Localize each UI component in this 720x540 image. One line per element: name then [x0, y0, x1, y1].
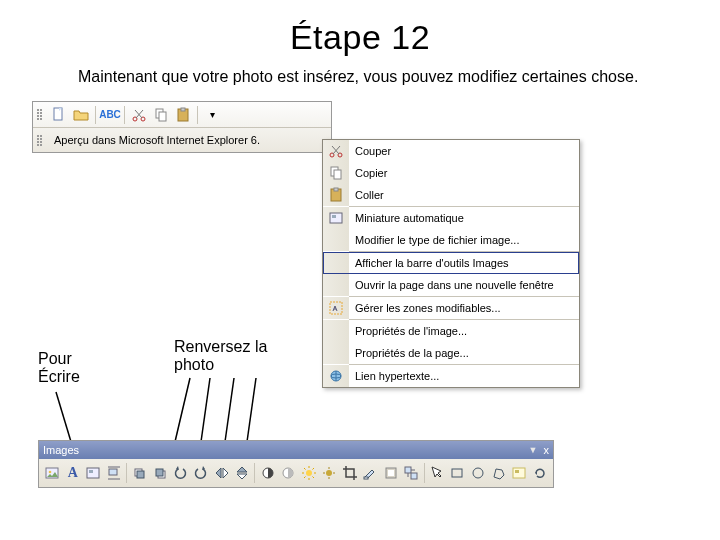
menu-label: Propriétés de l'image... [349, 325, 579, 337]
toolbar-grip[interactable] [37, 135, 45, 146]
menu-image-properties[interactable]: Propriétés de l'image... [323, 320, 579, 342]
svg-point-54 [473, 468, 483, 478]
cut-icon[interactable] [128, 105, 150, 125]
send-backward-icon[interactable] [150, 462, 171, 484]
svg-rect-26 [89, 470, 93, 473]
svg-line-40 [312, 477, 314, 479]
svg-point-34 [306, 470, 312, 476]
svg-rect-50 [388, 470, 394, 476]
menu-paste[interactable]: Coller [323, 184, 579, 206]
menu-label: Propriétés de la page... [349, 347, 579, 359]
highlight-hotspots-icon[interactable] [509, 462, 530, 484]
context-menu: Couper Copier Coller Miniature automatiq… [322, 139, 580, 388]
copy-icon[interactable] [150, 105, 172, 125]
crop-icon[interactable] [340, 462, 361, 484]
images-toolbar-title: Images [43, 444, 79, 456]
more-icon[interactable]: ▾ [201, 105, 223, 125]
menu-label: Miniature automatique [349, 212, 579, 224]
svg-rect-0 [54, 108, 62, 120]
menu-label: Modifier le type de fichier image... [349, 234, 579, 246]
intro-text: Maintenant que votre photo est insérez, … [78, 67, 660, 87]
menu-label: Lien hypertexte... [349, 370, 579, 382]
menu-open-new-window[interactable]: Ouvrir la page dans une nouvelle fenêtre [323, 274, 579, 296]
menu-label: Copier [349, 167, 579, 179]
menu-label: Couper [349, 145, 579, 157]
menu-hyperlink[interactable]: Lien hypertexte... [323, 365, 579, 387]
rotate-right-icon[interactable] [191, 462, 212, 484]
svg-rect-12 [334, 188, 338, 191]
menu-show-images-toolbar[interactable]: Afficher la barre d'outils Images [323, 252, 579, 274]
images-toolbar: Images ▼ x A [38, 440, 554, 488]
svg-rect-53 [452, 469, 462, 477]
absolute-position-icon[interactable] [104, 462, 125, 484]
rectangle-hotspot-icon[interactable] [447, 462, 468, 484]
new-page-icon[interactable] [48, 105, 70, 125]
toolbar-grip[interactable] [37, 109, 45, 120]
rotate-left-icon[interactable] [170, 462, 191, 484]
paste-icon [323, 184, 349, 206]
svg-line-42 [312, 468, 314, 470]
annotation-right: Renversez la photo [174, 338, 294, 374]
menu-label: Gérer les zones modifiables... [349, 302, 579, 314]
thumbnail-icon [323, 207, 349, 229]
polygon-hotspot-icon[interactable] [488, 462, 509, 484]
circle-hotspot-icon[interactable] [468, 462, 489, 484]
flip-vertical-icon[interactable] [232, 462, 253, 484]
menu-auto-thumbnail[interactable]: Miniature automatique [323, 207, 579, 229]
transparent-color-icon[interactable] [360, 462, 381, 484]
select-icon[interactable] [427, 462, 448, 484]
images-toolbar-titlebar[interactable]: Images ▼ x [39, 441, 553, 459]
flip-horizontal-icon[interactable] [211, 462, 232, 484]
contrast-up-icon[interactable] [257, 462, 278, 484]
brightness-down-icon[interactable] [319, 462, 340, 484]
menu-label: Coller [349, 189, 579, 201]
svg-rect-4 [159, 112, 166, 121]
insert-image-icon[interactable] [42, 462, 63, 484]
svg-rect-52 [411, 473, 417, 479]
page-title: Étape 12 [0, 18, 720, 57]
svg-point-24 [49, 471, 52, 474]
close-icon[interactable]: x [544, 444, 550, 456]
resample-icon[interactable] [401, 462, 422, 484]
paste-icon[interactable] [172, 105, 194, 125]
cut-icon [323, 140, 349, 162]
svg-rect-29 [137, 471, 144, 478]
menu-manage-editable[interactable]: Gérer les zones modifiables... [323, 297, 579, 319]
dropdown-icon[interactable]: ▼ [529, 445, 538, 455]
restore-icon[interactable] [529, 462, 550, 484]
spellcheck-icon[interactable]: ABC [99, 105, 121, 125]
svg-rect-10 [334, 170, 341, 179]
menu-change-image-type[interactable]: Modifier le type de fichier image... [323, 229, 579, 251]
copy-icon [323, 162, 349, 184]
bring-forward-icon[interactable] [129, 462, 150, 484]
menu-label: Ouvrir la page dans une nouvelle fenêtre [349, 279, 579, 291]
svg-rect-31 [156, 469, 163, 476]
annotation-left: Pour Écrire [38, 350, 108, 386]
menu-page-properties[interactable]: Propriétés de la page... [323, 342, 579, 364]
menu-cut[interactable]: Couper [323, 140, 579, 162]
menu-copy[interactable]: Copier [323, 162, 579, 184]
svg-rect-27 [109, 469, 117, 475]
thumbnail-icon[interactable] [83, 462, 104, 484]
text-icon[interactable]: A [63, 462, 84, 484]
menu-label: Afficher la barre d'outils Images [349, 257, 579, 269]
contrast-down-icon[interactable] [278, 462, 299, 484]
preview-label[interactable]: Aperçu dans Microsoft Internet Explorer … [48, 132, 266, 148]
svg-point-43 [326, 470, 332, 476]
svg-line-41 [304, 477, 306, 479]
svg-line-39 [304, 468, 306, 470]
editable-zones-icon [323, 297, 349, 319]
open-folder-icon[interactable] [70, 105, 92, 125]
svg-rect-51 [405, 467, 411, 473]
svg-rect-6 [181, 108, 185, 111]
standard-toolbar: ABC ▾ Aperçu dans Microsoft Internet Exp… [32, 101, 332, 153]
svg-rect-56 [515, 470, 519, 473]
svg-rect-48 [364, 477, 368, 479]
brightness-up-icon[interactable] [298, 462, 319, 484]
bevel-icon[interactable] [381, 462, 402, 484]
svg-rect-14 [332, 215, 336, 218]
hyperlink-icon [323, 365, 349, 387]
